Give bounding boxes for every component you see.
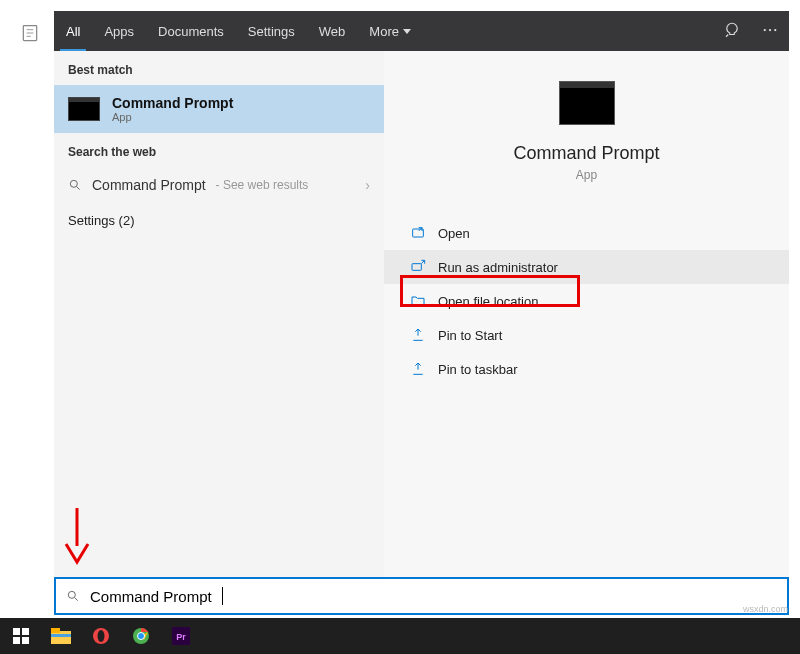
web-result-query: Command Prompt: [92, 177, 206, 193]
results-list: Best match Command Prompt App Search the…: [54, 51, 384, 578]
best-match-label: Best match: [54, 51, 384, 85]
command-prompt-icon: [68, 97, 100, 121]
open-icon: [410, 225, 426, 241]
action-pin-to-start[interactable]: Pin to Start: [384, 318, 789, 352]
action-pin-to-taskbar[interactable]: Pin to taskbar: [384, 352, 789, 386]
svg-point-22: [98, 630, 105, 642]
svg-rect-19: [51, 628, 60, 633]
tab-all[interactable]: All: [54, 11, 92, 51]
svg-rect-17: [22, 637, 29, 644]
taskbar-premiere[interactable]: Pr: [162, 621, 200, 651]
preview-subtitle: App: [384, 168, 789, 182]
chevron-down-icon: [403, 29, 411, 34]
svg-line-13: [75, 598, 78, 601]
watermark: wsxdn.com: [743, 604, 788, 614]
result-preview: Command Prompt App Open Run as administr…: [384, 51, 789, 578]
action-run-as-administrator[interactable]: Run as administrator: [384, 250, 789, 284]
search-web-label: Search the web: [54, 133, 384, 167]
annotation-arrow: [62, 506, 92, 570]
taskbar-chrome[interactable]: [122, 621, 160, 651]
taskbar-file-explorer[interactable]: [42, 621, 80, 651]
svg-point-5: [769, 28, 771, 30]
tab-web[interactable]: Web: [307, 11, 358, 51]
pin-taskbar-icon: [410, 361, 426, 377]
folder-icon: [410, 293, 426, 309]
chevron-right-icon: ›: [365, 177, 370, 193]
preview-app-icon: [559, 81, 615, 125]
pin-start-icon: [410, 327, 426, 343]
start-button[interactable]: [2, 621, 40, 651]
tab-settings[interactable]: Settings: [236, 11, 307, 51]
feedback-icon[interactable]: [713, 21, 751, 42]
action-open[interactable]: Open: [384, 216, 789, 250]
web-result-suffix: - See web results: [216, 178, 309, 192]
svg-point-7: [70, 180, 77, 187]
text-caret: [222, 587, 223, 605]
action-open-file-location[interactable]: Open file location: [384, 284, 789, 318]
taskbar-opera[interactable]: [82, 621, 120, 651]
search-icon: [68, 178, 82, 192]
best-match-item[interactable]: Command Prompt App: [54, 85, 384, 133]
document-icon: [20, 23, 40, 43]
svg-point-12: [68, 591, 75, 598]
settings-results[interactable]: Settings (2): [54, 203, 384, 238]
svg-point-4: [764, 28, 766, 30]
more-options-icon[interactable]: [751, 21, 789, 42]
svg-text:Pr: Pr: [176, 632, 186, 642]
best-match-title: Command Prompt: [112, 95, 233, 111]
tab-documents[interactable]: Documents: [146, 11, 236, 51]
web-result-item[interactable]: Command Prompt - See web results ›: [54, 167, 384, 203]
svg-rect-15: [22, 628, 29, 635]
search-results-panel: Best match Command Prompt App Search the…: [54, 51, 789, 578]
svg-point-6: [774, 28, 776, 30]
svg-line-8: [77, 187, 80, 190]
svg-rect-20: [51, 634, 71, 637]
search-bar[interactable]: Command Prompt: [54, 577, 789, 615]
preview-title: Command Prompt: [384, 143, 789, 164]
search-filter-tabs: All Apps Documents Settings Web More: [54, 11, 789, 51]
preview-actions: Open Run as administrator Open file loca…: [384, 216, 789, 386]
svg-rect-10: [412, 264, 421, 271]
taskbar: Pr: [0, 618, 800, 654]
svg-rect-16: [13, 637, 20, 644]
tab-more[interactable]: More: [357, 11, 423, 51]
admin-icon: [410, 259, 426, 275]
tab-apps[interactable]: Apps: [92, 11, 146, 51]
search-icon: [66, 589, 80, 603]
best-match-subtitle: App: [112, 111, 233, 123]
search-input-text: Command Prompt: [90, 588, 212, 605]
svg-rect-14: [13, 628, 20, 635]
